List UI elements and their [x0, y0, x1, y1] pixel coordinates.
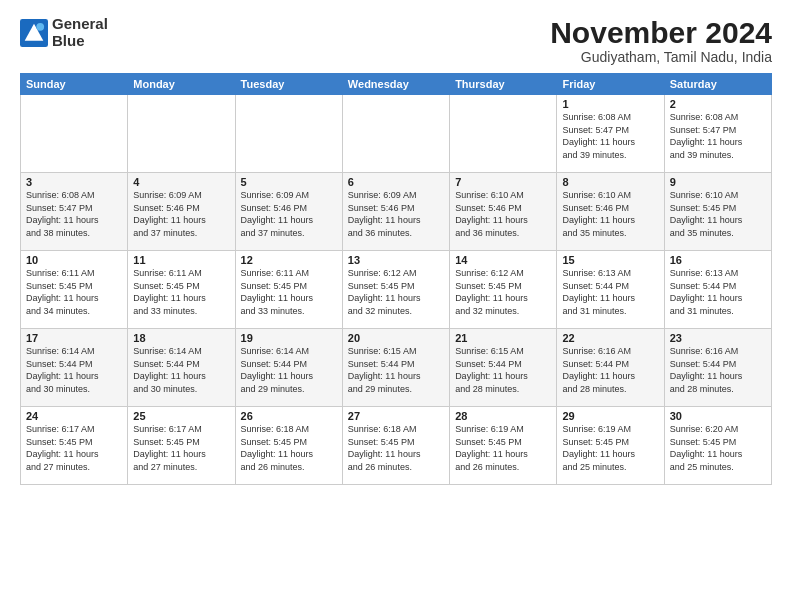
logo: General Blue	[20, 16, 108, 49]
day-number: 19	[241, 332, 337, 344]
calendar-cell: 6Sunrise: 6:09 AM Sunset: 5:46 PM Daylig…	[342, 173, 449, 251]
logo-text: General Blue	[52, 16, 108, 49]
day-number: 8	[562, 176, 658, 188]
calendar-cell: 9Sunrise: 6:10 AM Sunset: 5:45 PM Daylig…	[664, 173, 771, 251]
calendar-week-2: 3Sunrise: 6:08 AM Sunset: 5:47 PM Daylig…	[21, 173, 772, 251]
day-info: Sunrise: 6:08 AM Sunset: 5:47 PM Dayligh…	[670, 111, 766, 161]
header-saturday: Saturday	[664, 74, 771, 95]
calendar-week-1: 1Sunrise: 6:08 AM Sunset: 5:47 PM Daylig…	[21, 95, 772, 173]
day-info: Sunrise: 6:17 AM Sunset: 5:45 PM Dayligh…	[133, 423, 229, 473]
calendar-cell	[21, 95, 128, 173]
day-info: Sunrise: 6:08 AM Sunset: 5:47 PM Dayligh…	[562, 111, 658, 161]
calendar-week-4: 17Sunrise: 6:14 AM Sunset: 5:44 PM Dayli…	[21, 329, 772, 407]
day-info: Sunrise: 6:18 AM Sunset: 5:45 PM Dayligh…	[348, 423, 444, 473]
calendar-table: Sunday Monday Tuesday Wednesday Thursday…	[20, 73, 772, 485]
day-info: Sunrise: 6:08 AM Sunset: 5:47 PM Dayligh…	[26, 189, 122, 239]
day-info: Sunrise: 6:12 AM Sunset: 5:45 PM Dayligh…	[455, 267, 551, 317]
calendar-cell: 7Sunrise: 6:10 AM Sunset: 5:46 PM Daylig…	[450, 173, 557, 251]
header-friday: Friday	[557, 74, 664, 95]
day-number: 24	[26, 410, 122, 422]
calendar-cell: 15Sunrise: 6:13 AM Sunset: 5:44 PM Dayli…	[557, 251, 664, 329]
day-info: Sunrise: 6:14 AM Sunset: 5:44 PM Dayligh…	[133, 345, 229, 395]
calendar-cell: 13Sunrise: 6:12 AM Sunset: 5:45 PM Dayli…	[342, 251, 449, 329]
calendar-cell: 3Sunrise: 6:08 AM Sunset: 5:47 PM Daylig…	[21, 173, 128, 251]
day-number: 28	[455, 410, 551, 422]
day-number: 13	[348, 254, 444, 266]
day-number: 21	[455, 332, 551, 344]
day-info: Sunrise: 6:09 AM Sunset: 5:46 PM Dayligh…	[348, 189, 444, 239]
day-info: Sunrise: 6:19 AM Sunset: 5:45 PM Dayligh…	[562, 423, 658, 473]
day-info: Sunrise: 6:17 AM Sunset: 5:45 PM Dayligh…	[26, 423, 122, 473]
day-info: Sunrise: 6:10 AM Sunset: 5:46 PM Dayligh…	[455, 189, 551, 239]
day-number: 9	[670, 176, 766, 188]
calendar-cell: 23Sunrise: 6:16 AM Sunset: 5:44 PM Dayli…	[664, 329, 771, 407]
calendar-cell: 5Sunrise: 6:09 AM Sunset: 5:46 PM Daylig…	[235, 173, 342, 251]
day-number: 26	[241, 410, 337, 422]
day-number: 12	[241, 254, 337, 266]
day-info: Sunrise: 6:18 AM Sunset: 5:45 PM Dayligh…	[241, 423, 337, 473]
calendar-cell	[235, 95, 342, 173]
calendar-cell	[342, 95, 449, 173]
header-wednesday: Wednesday	[342, 74, 449, 95]
day-info: Sunrise: 6:15 AM Sunset: 5:44 PM Dayligh…	[455, 345, 551, 395]
calendar-cell: 10Sunrise: 6:11 AM Sunset: 5:45 PM Dayli…	[21, 251, 128, 329]
header-monday: Monday	[128, 74, 235, 95]
day-info: Sunrise: 6:14 AM Sunset: 5:44 PM Dayligh…	[241, 345, 337, 395]
day-info: Sunrise: 6:19 AM Sunset: 5:45 PM Dayligh…	[455, 423, 551, 473]
day-number: 27	[348, 410, 444, 422]
svg-point-2	[36, 22, 44, 30]
calendar-cell: 20Sunrise: 6:15 AM Sunset: 5:44 PM Dayli…	[342, 329, 449, 407]
header-sunday: Sunday	[21, 74, 128, 95]
calendar-cell: 30Sunrise: 6:20 AM Sunset: 5:45 PM Dayli…	[664, 407, 771, 485]
day-number: 29	[562, 410, 658, 422]
location-subtitle: Gudiyatham, Tamil Nadu, India	[550, 49, 772, 65]
day-number: 6	[348, 176, 444, 188]
day-info: Sunrise: 6:11 AM Sunset: 5:45 PM Dayligh…	[241, 267, 337, 317]
day-number: 10	[26, 254, 122, 266]
calendar-cell: 8Sunrise: 6:10 AM Sunset: 5:46 PM Daylig…	[557, 173, 664, 251]
calendar-week-5: 24Sunrise: 6:17 AM Sunset: 5:45 PM Dayli…	[21, 407, 772, 485]
calendar-cell: 2Sunrise: 6:08 AM Sunset: 5:47 PM Daylig…	[664, 95, 771, 173]
title-area: November 2024 Gudiyatham, Tamil Nadu, In…	[550, 16, 772, 65]
calendar-cell: 25Sunrise: 6:17 AM Sunset: 5:45 PM Dayli…	[128, 407, 235, 485]
day-number: 15	[562, 254, 658, 266]
day-info: Sunrise: 6:10 AM Sunset: 5:46 PM Dayligh…	[562, 189, 658, 239]
calendar-cell: 21Sunrise: 6:15 AM Sunset: 5:44 PM Dayli…	[450, 329, 557, 407]
calendar-cell	[450, 95, 557, 173]
day-number: 23	[670, 332, 766, 344]
page-header: General Blue November 2024 Gudiyatham, T…	[20, 16, 772, 65]
calendar-cell: 29Sunrise: 6:19 AM Sunset: 5:45 PM Dayli…	[557, 407, 664, 485]
day-info: Sunrise: 6:13 AM Sunset: 5:44 PM Dayligh…	[670, 267, 766, 317]
calendar-cell: 14Sunrise: 6:12 AM Sunset: 5:45 PM Dayli…	[450, 251, 557, 329]
day-info: Sunrise: 6:15 AM Sunset: 5:44 PM Dayligh…	[348, 345, 444, 395]
day-number: 3	[26, 176, 122, 188]
day-number: 14	[455, 254, 551, 266]
calendar-cell: 19Sunrise: 6:14 AM Sunset: 5:44 PM Dayli…	[235, 329, 342, 407]
day-info: Sunrise: 6:10 AM Sunset: 5:45 PM Dayligh…	[670, 189, 766, 239]
day-info: Sunrise: 6:16 AM Sunset: 5:44 PM Dayligh…	[562, 345, 658, 395]
calendar-cell: 27Sunrise: 6:18 AM Sunset: 5:45 PM Dayli…	[342, 407, 449, 485]
month-title: November 2024	[550, 16, 772, 49]
day-info: Sunrise: 6:09 AM Sunset: 5:46 PM Dayligh…	[133, 189, 229, 239]
calendar-cell: 26Sunrise: 6:18 AM Sunset: 5:45 PM Dayli…	[235, 407, 342, 485]
calendar-cell: 4Sunrise: 6:09 AM Sunset: 5:46 PM Daylig…	[128, 173, 235, 251]
day-number: 4	[133, 176, 229, 188]
calendar-cell: 17Sunrise: 6:14 AM Sunset: 5:44 PM Dayli…	[21, 329, 128, 407]
day-info: Sunrise: 6:09 AM Sunset: 5:46 PM Dayligh…	[241, 189, 337, 239]
calendar-cell: 12Sunrise: 6:11 AM Sunset: 5:45 PM Dayli…	[235, 251, 342, 329]
day-number: 1	[562, 98, 658, 110]
calendar-cell: 1Sunrise: 6:08 AM Sunset: 5:47 PM Daylig…	[557, 95, 664, 173]
day-number: 25	[133, 410, 229, 422]
header-thursday: Thursday	[450, 74, 557, 95]
calendar-cell: 22Sunrise: 6:16 AM Sunset: 5:44 PM Dayli…	[557, 329, 664, 407]
header-tuesday: Tuesday	[235, 74, 342, 95]
day-number: 2	[670, 98, 766, 110]
logo-line1: General	[52, 16, 108, 33]
calendar-cell	[128, 95, 235, 173]
day-number: 30	[670, 410, 766, 422]
calendar-cell: 18Sunrise: 6:14 AM Sunset: 5:44 PM Dayli…	[128, 329, 235, 407]
day-number: 16	[670, 254, 766, 266]
day-number: 11	[133, 254, 229, 266]
day-number: 17	[26, 332, 122, 344]
day-info: Sunrise: 6:11 AM Sunset: 5:45 PM Dayligh…	[26, 267, 122, 317]
